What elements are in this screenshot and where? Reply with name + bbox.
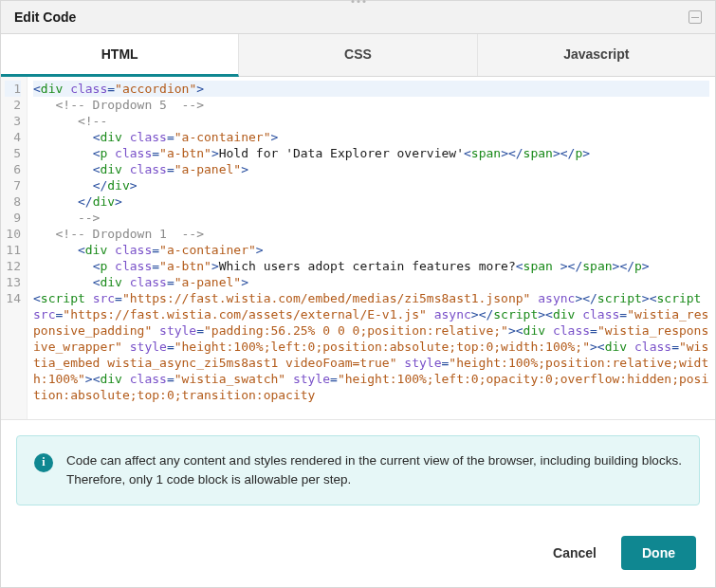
notice-message: Code can affect any content and styles r… — [66, 451, 682, 490]
footer: Cancel Done — [1, 521, 715, 587]
code-editor[interactable]: 1234567891011121314 <div class="accordio… — [1, 77, 715, 419]
tab-css[interactable]: CSS — [239, 34, 477, 76]
line-gutter: 1234567891011121314 — [1, 77, 28, 419]
edit-code-panel: Edit Code HTML CSS Javascript 1234567891… — [0, 0, 716, 588]
done-button[interactable]: Done — [621, 536, 696, 570]
tab-javascript[interactable]: Javascript — [478, 34, 715, 76]
notice-area: i Code can affect any content and styles… — [1, 419, 715, 522]
tabs: HTML CSS Javascript — [1, 34, 715, 77]
code-content[interactable]: <div class="accordion"> <!-- Dropdown 5 … — [28, 77, 715, 419]
cancel-button[interactable]: Cancel — [543, 538, 606, 568]
info-icon: i — [34, 453, 53, 472]
tab-html[interactable]: HTML — [1, 34, 239, 77]
panel-title: Edit Code — [14, 9, 76, 25]
titlebar: Edit Code — [1, 1, 715, 34]
drag-handle-icon[interactable] — [351, 0, 365, 3]
info-notice: i Code can affect any content and styles… — [16, 435, 700, 506]
collapse-icon[interactable] — [688, 10, 702, 24]
